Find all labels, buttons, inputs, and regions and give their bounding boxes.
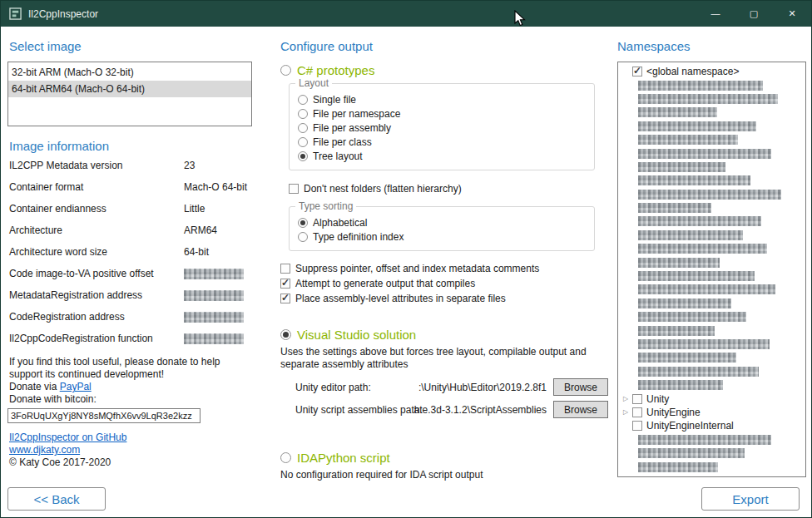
output-option-label: Attempt to generate output that compiles bbox=[295, 278, 475, 289]
layout-option[interactable]: Tree layout bbox=[298, 149, 587, 163]
window-title: Il2CppInspector bbox=[28, 8, 98, 20]
namespace-row[interactable]: ▷ bbox=[621, 446, 805, 460]
export-button[interactable]: Export bbox=[701, 487, 800, 511]
namespace-row[interactable]: ▷ bbox=[621, 174, 805, 187]
info-row: MetadataRegistration address bbox=[7, 284, 252, 306]
flatten-hierarchy-checkbox[interactable] bbox=[289, 184, 299, 194]
layout-option[interactable]: File per class bbox=[298, 135, 587, 149]
layout-option[interactable]: File per namespace bbox=[298, 106, 587, 121]
layout-option-label: File per namespace bbox=[313, 108, 400, 120]
website-link[interactable]: www.djkaty.com bbox=[9, 444, 80, 456]
csharp-prototypes-radio[interactable] bbox=[280, 65, 291, 76]
namespace-checkbox[interactable] bbox=[632, 67, 642, 76]
namespace-row[interactable]: ▷ bbox=[621, 297, 805, 310]
namespace-row[interactable]: ▷ bbox=[621, 433, 805, 446]
output-option-checkbox-row[interactable]: Suppress pointer, offset and index metad… bbox=[280, 261, 611, 276]
namespace-row[interactable]: ▷ bbox=[621, 378, 805, 392]
namespace-row[interactable]: ▷ bbox=[621, 310, 805, 323]
namespace-row[interactable]: ▷ bbox=[621, 92, 805, 106]
info-value: 23 bbox=[184, 160, 195, 171]
info-label: Architecture word size bbox=[7, 246, 184, 258]
namespace-row[interactable]: ▷ UnityEngine bbox=[621, 406, 805, 419]
layout-option-radio[interactable] bbox=[298, 137, 308, 147]
bitcoin-address-input[interactable] bbox=[7, 408, 201, 423]
namespace-row[interactable]: ▷ bbox=[621, 269, 805, 283]
unity-script-path-value[interactable]: ate.3d-3.1.2\ScriptAssemblies bbox=[414, 404, 547, 416]
close-button[interactable]: ✕ bbox=[773, 1, 811, 27]
output-option-checkbox-row[interactable]: Attempt to generate output that compiles bbox=[280, 276, 611, 291]
namespace-row[interactable]: ▷ bbox=[621, 365, 805, 378]
layout-option-radio[interactable] bbox=[298, 123, 308, 133]
layout-option-radio[interactable] bbox=[298, 95, 308, 105]
layout-option-radio[interactable] bbox=[298, 151, 308, 161]
namespace-row[interactable]: ▷ UnityEngineInternal bbox=[621, 419, 805, 432]
image-list-item[interactable]: 32-bit ARM (Mach-O 32-bit) bbox=[8, 64, 251, 81]
redacted-namespace bbox=[638, 326, 715, 336]
type-sorting-option[interactable]: Type definition index bbox=[298, 229, 587, 244]
namespace-row[interactable]: ▷ bbox=[621, 351, 805, 364]
namespace-checkbox[interactable] bbox=[632, 421, 642, 431]
output-option-checkbox-row[interactable]: Place assembly-level attributes in separ… bbox=[280, 291, 611, 306]
expander-icon[interactable]: ▷ bbox=[621, 406, 631, 419]
layout-option[interactable]: Single file bbox=[298, 92, 587, 106]
flatten-hierarchy-checkbox-row[interactable]: Don't nest folders (flatten hierarchy) bbox=[289, 181, 611, 196]
unity-script-browse-button[interactable]: Browse bbox=[553, 401, 608, 418]
namespace-row[interactable]: ▷ bbox=[621, 255, 805, 269]
titlebar[interactable]: Il2CppInspector — ▢ ✕ bbox=[1, 1, 811, 27]
output-option-checkbox[interactable] bbox=[280, 279, 290, 289]
namespace-row[interactable]: ▷ bbox=[621, 229, 805, 242]
idapython-option[interactable]: IDAPython script bbox=[280, 449, 611, 466]
unity-editor-path-value[interactable]: :\Unity\Hub\Editor\2019.2.8f1 bbox=[418, 382, 547, 393]
paypal-link[interactable]: PayPal bbox=[60, 381, 92, 392]
namespace-row[interactable]: ▷ bbox=[621, 283, 805, 296]
type-sorting-option-radio[interactable] bbox=[298, 218, 308, 228]
namespace-row[interactable]: ▷ bbox=[621, 78, 805, 91]
namespace-row[interactable]: ▷ bbox=[621, 146, 805, 160]
namespace-row[interactable]: ▷ bbox=[621, 338, 805, 351]
layout-option-radio[interactable] bbox=[298, 109, 308, 119]
visual-studio-radio[interactable] bbox=[280, 329, 291, 340]
image-list-item[interactable]: 64-bit ARM64 (Mach-O 64-bit) bbox=[8, 81, 251, 97]
output-option-checkbox[interactable] bbox=[280, 294, 290, 303]
back-button[interactable]: << Back bbox=[7, 487, 106, 511]
image-listbox[interactable]: 32-bit ARM (Mach-O 32-bit)64-bit ARM64 (… bbox=[7, 62, 252, 126]
namespaces-heading: Namespaces bbox=[617, 38, 806, 55]
maximize-button[interactable]: ▢ bbox=[735, 1, 773, 27]
redacted-namespace bbox=[638, 216, 761, 226]
namespace-row[interactable]: ▷ Unity bbox=[621, 392, 805, 405]
namespace-row[interactable]: ▷ bbox=[621, 106, 805, 119]
namespace-row[interactable]: ▷ bbox=[621, 242, 805, 255]
namespace-row[interactable]: ▷ bbox=[621, 133, 805, 146]
info-value: Little bbox=[184, 203, 205, 215]
namespace-checkbox[interactable] bbox=[632, 394, 642, 404]
namespace-checkbox[interactable] bbox=[632, 407, 642, 417]
redacted-namespace bbox=[638, 258, 720, 268]
namespace-row[interactable]: ▷ <global namespace> bbox=[621, 65, 805, 78]
idapython-radio[interactable] bbox=[280, 452, 291, 463]
visual-studio-option[interactable]: Visual Studio solution bbox=[280, 326, 611, 343]
unity-editor-browse-button[interactable]: Browse bbox=[553, 378, 608, 396]
namespace-row[interactable]: ▷ bbox=[621, 201, 805, 215]
layout-option[interactable]: File per assembly bbox=[298, 121, 587, 135]
csharp-prototypes-option[interactable]: C# prototypes bbox=[280, 62, 611, 78]
namespace-row[interactable]: ▷ bbox=[621, 160, 805, 174]
unity-editor-path-row: Unity editor path: :\Unity\Hub\Editor\20… bbox=[295, 376, 611, 398]
redacted-namespace bbox=[638, 162, 725, 172]
type-sorting-option-radio[interactable] bbox=[298, 232, 308, 242]
namespace-row[interactable]: ▷ bbox=[621, 460, 805, 473]
namespaces-tree[interactable]: ▷ <global namespace> ▷ ▷ bbox=[617, 62, 806, 477]
namespace-row[interactable]: ▷ bbox=[621, 188, 805, 201]
namespace-row[interactable]: ▷ bbox=[621, 120, 805, 133]
redacted-namespace bbox=[638, 203, 711, 213]
redacted-namespace bbox=[638, 149, 771, 159]
namespace-row[interactable]: ▷ bbox=[621, 323, 805, 337]
type-sorting-options: Alphabetical Type definition index bbox=[298, 215, 587, 244]
namespace-row[interactable]: ▷ bbox=[621, 215, 805, 228]
github-link[interactable]: Il2CppInspector on GitHub bbox=[9, 432, 126, 443]
configure-output-heading: Configure output bbox=[280, 38, 611, 55]
type-sorting-option[interactable]: Alphabetical bbox=[298, 215, 587, 229]
expander-icon[interactable]: ▷ bbox=[621, 392, 631, 406]
info-value: Mach-O 64-bit bbox=[184, 181, 247, 193]
minimize-button[interactable]: — bbox=[696, 1, 735, 27]
output-option-checkbox[interactable] bbox=[280, 264, 290, 274]
